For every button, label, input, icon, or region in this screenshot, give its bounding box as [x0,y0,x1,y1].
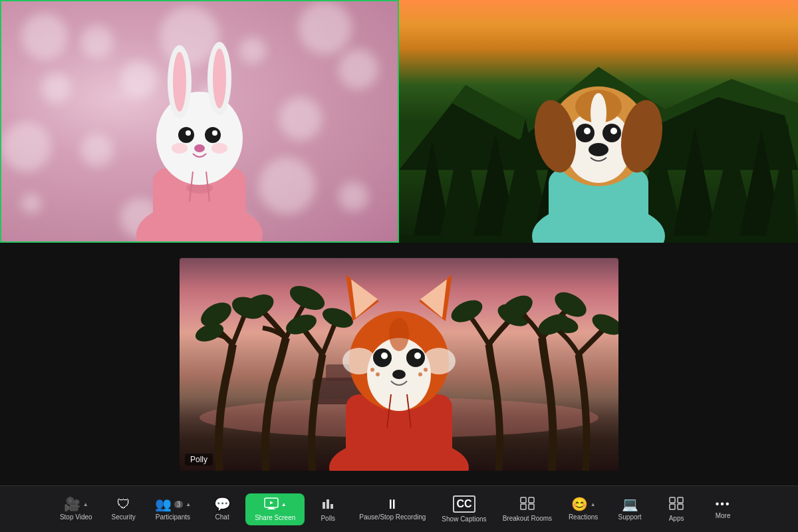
svg-rect-89 [267,509,275,509]
camera-icon: 🎥 [64,497,80,511]
more-button[interactable]: ••• More [700,495,746,523]
breakout-rooms-label: Breakout Rooms [503,515,552,522]
stop-video-arrow: ▲ [83,501,88,507]
participant-tile-3-container: Polly [0,243,798,485]
toolbar: 🎥 ▲ Stop Video 🛡 Security 👥 3 ▲ Particip… [0,485,798,532]
svg-point-83 [424,368,428,372]
shield-icon: 🛡 [117,497,130,511]
svg-rect-96 [529,497,534,503]
chat-icon: 💬 [214,497,231,511]
svg-point-11 [186,130,191,136]
svg-rect-100 [678,497,683,503]
svg-point-13 [194,144,205,152]
participant-tile-2 [399,0,798,243]
pause-recording-label: Pause/Stop Recording [359,513,426,521]
breakout-rooms-button[interactable]: Breakout Rooms [495,493,560,526]
svg-rect-102 [678,504,683,509]
share-screen-button[interactable]: ▲ Share Screen [245,493,305,525]
video-area: Polly [0,0,798,485]
share-screen-arrow: ▲ [281,501,287,507]
security-button[interactable]: 🛡 Security [100,493,147,525]
reactions-icon: 😊 [571,497,588,511]
chat-label: Chat [215,513,229,521]
svg-rect-92 [323,502,325,509]
stop-video-label: Stop Video [60,513,92,521]
fox-avatar [313,258,485,471]
polls-icon [321,497,334,512]
apps-label: Apps [669,515,684,522]
reactions-button[interactable]: 😊 ▲ Reactions [560,493,606,525]
svg-rect-101 [670,504,675,509]
support-icon: 💻 [622,497,638,511]
dog-avatar [519,30,678,243]
svg-point-10 [205,127,221,143]
show-captions-button[interactable]: CC Show Captions [434,491,494,527]
support-label: Support [618,513,642,521]
participant-count-badge: 3 [174,501,184,508]
breakout-icon [520,497,535,512]
svg-point-62 [589,310,618,339]
svg-point-6 [173,52,186,112]
more-label: More [716,512,731,519]
svg-rect-88 [269,507,274,509]
participant-name-polly: Polly [185,454,213,466]
participant-tile-3: Polly [180,258,618,471]
svg-rect-98 [529,504,534,509]
participants-arrow: ▲ [186,501,191,507]
participant-tile-1 [0,0,399,243]
svg-point-4 [156,92,243,185]
participants-button[interactable]: 👥 3 ▲ Participants [147,493,199,525]
share-screen-label: Share Screen [255,514,295,521]
apps-button[interactable]: Apps [653,493,700,526]
svg-rect-95 [521,497,526,503]
svg-point-81 [370,368,374,372]
svg-point-43 [610,128,617,134]
svg-point-78 [414,352,421,359]
show-captions-label: Show Captions [442,515,486,523]
captions-icon: CC [453,495,475,513]
participants-label: Participants [156,513,190,521]
svg-point-44 [589,143,608,156]
svg-point-12 [212,130,217,136]
share-screen-icon [264,497,279,511]
svg-rect-93 [327,499,329,509]
svg-point-15 [211,143,227,154]
reactions-label: Reactions [569,513,598,521]
participants-icon: 👥 [155,497,172,511]
pause-recording-button[interactable]: ⏸ Pause/Stop Recording [351,493,434,525]
svg-rect-94 [331,504,333,509]
support-button[interactable]: 💻 Support [606,493,653,525]
stop-video-button[interactable]: 🎥 ▲ Stop Video [52,493,100,525]
svg-point-46 [591,93,606,133]
svg-rect-97 [521,504,526,509]
more-icon: ••• [716,499,731,509]
chat-button[interactable]: 💬 Chat [199,493,245,525]
svg-point-80 [376,372,380,376]
svg-rect-99 [670,497,675,503]
svg-point-84 [389,318,409,351]
svg-point-79 [392,370,406,379]
svg-point-9 [178,127,194,143]
pause-icon: ⏸ [386,497,399,511]
svg-point-8 [213,49,226,108]
rabbit-avatar [126,35,273,243]
apps-icon [669,497,684,512]
svg-point-42 [584,128,591,134]
svg-point-77 [381,352,388,359]
svg-point-14 [172,143,188,154]
reactions-arrow: ▲ [591,501,596,507]
polls-button[interactable]: Polls [305,493,351,526]
polls-label: Polls [321,515,335,522]
svg-point-82 [418,372,422,376]
security-label: Security [112,513,136,521]
